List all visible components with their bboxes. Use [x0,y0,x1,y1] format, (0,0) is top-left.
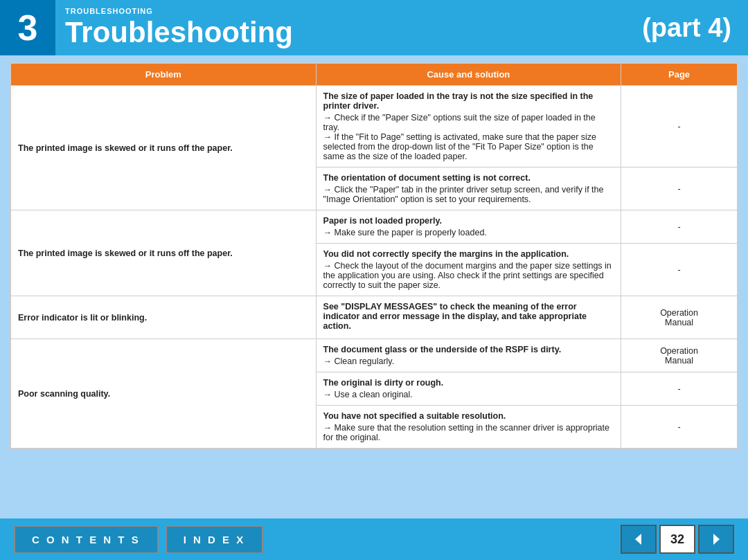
cause-cell: You have not specified a suitable resolu… [316,406,621,449]
footer-nav: 32 [621,525,734,554]
table-row: The printed image is skewed or it runs o… [11,210,738,244]
page-cell: - [621,86,738,168]
cause-cell: The size of paper loaded in the tray is … [316,86,621,168]
table-row: Error indicator is lit or blinking. See … [11,296,738,339]
chapter-number: 3 [18,10,38,46]
cause-cell: The original is dirty or rough. → Use a … [316,372,621,406]
page-cell: - [621,210,738,244]
cause-cell: The orientation of document setting is n… [316,168,621,210]
prev-arrow-icon [631,532,646,547]
page-cell: - [621,168,738,210]
page-cell: OperationManual [621,296,738,339]
prev-page-button[interactable] [621,525,657,554]
problem-cell: The printed image is skewed or it runs o… [11,210,317,296]
header-title: Troubleshooting [65,17,642,48]
problem-cell: Poor scanning quality. [11,339,317,449]
header-subtitle: TROUBLESHOOTING [65,7,642,15]
chapter-number-block: 3 [0,0,55,55]
troubleshooting-table: Problem Cause and solution Page The prin… [10,63,738,449]
cause-cell: The document glass or the underside of t… [316,339,621,372]
page-cell: OperationManual [621,339,738,372]
col-page: Page [621,64,738,86]
page-cell: - [621,244,738,296]
svg-marker-0 [635,534,641,545]
table-row: Poor scanning quality. The document glas… [11,339,738,372]
problem-cell: Error indicator is lit or blinking. [11,296,317,339]
cause-cell: See "DISPLAY MESSAGES" to check the mean… [316,296,621,339]
contents-button[interactable]: C O N T E N T S [14,525,159,554]
problem-cell: The printed image is skewed or it runs o… [11,86,317,210]
page-cell: - [621,406,738,449]
index-button[interactable]: I N D E X [166,525,264,554]
table-row: The printed image is skewed or it runs o… [11,86,738,168]
col-cause: Cause and solution [316,64,621,86]
page-footer: C O N T E N T S I N D E X 32 [0,518,748,560]
cause-cell: Paper is not loaded properly. → Make sur… [316,210,621,244]
page-header: 3 TROUBLESHOOTING Troubleshooting (part … [0,0,748,55]
header-part: (part 4) [642,13,748,43]
header-text-block: TROUBLESHOOTING Troubleshooting [55,7,642,48]
page-cell: - [621,372,738,406]
cause-cell: You did not correctly specify the margin… [316,244,621,296]
col-problem: Problem [11,64,317,86]
main-content: Problem Cause and solution Page The prin… [10,62,738,449]
page-number: 32 [659,525,695,554]
next-page-button[interactable] [698,525,734,554]
next-arrow-icon [709,532,724,547]
svg-marker-1 [713,534,720,545]
